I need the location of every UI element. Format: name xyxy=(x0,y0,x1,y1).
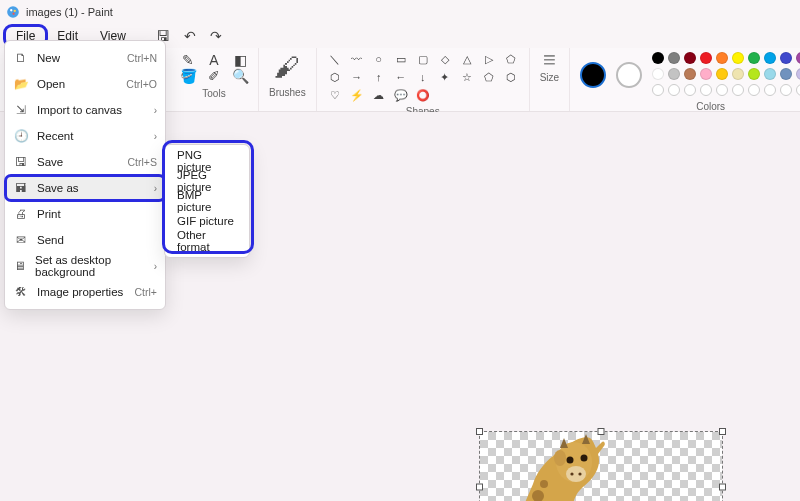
ribbon-group-shapes: ＼〰○▭▢◇△▷⬠ ⬡→↑←↓✦☆⬠⬡ ♡⚡☁💬⭕ Shapes xyxy=(317,48,530,111)
color-swatch[interactable] xyxy=(700,52,712,64)
save-icon: 🖫 xyxy=(13,155,29,169)
color-swatch[interactable] xyxy=(652,68,664,80)
color-swatch-empty[interactable] xyxy=(684,84,696,96)
ribbon-label-tools: Tools xyxy=(202,88,225,99)
file-menu-set-bg[interactable]: 🖥Set as desktop background› xyxy=(5,253,165,279)
selection-border xyxy=(479,431,723,501)
color1-swatch[interactable] xyxy=(580,62,606,88)
color-swatch[interactable] xyxy=(732,52,744,64)
color-swatch-empty[interactable] xyxy=(796,84,800,96)
save-as-icon: 🖬 xyxy=(13,181,29,195)
save-as-png[interactable]: PNG picture xyxy=(169,151,245,171)
file-menu-recent[interactable]: 🕘Recent› xyxy=(5,123,165,149)
file-menu-save-as[interactable]: 🖬Save as› xyxy=(5,175,165,201)
pencil-icon[interactable]: ✎ xyxy=(180,52,196,68)
ribbon-group-colors: Colors xyxy=(570,48,800,111)
color-swatch[interactable] xyxy=(764,52,776,64)
file-menu-save[interactable]: 🖫SaveCtrl+S xyxy=(5,149,165,175)
ribbon-label-size: Size xyxy=(540,72,559,83)
color-swatch[interactable] xyxy=(684,52,696,64)
ribbon-label-brushes: Brushes xyxy=(269,87,306,98)
color-swatch[interactable] xyxy=(748,68,760,80)
svg-point-2 xyxy=(14,10,16,12)
color-swatch[interactable] xyxy=(764,68,776,80)
chevron-right-icon: › xyxy=(154,131,157,142)
file-menu-import[interactable]: ⇲Import to canvas› xyxy=(5,97,165,123)
import-icon: ⇲ xyxy=(13,103,29,117)
save-as-gif[interactable]: GIF picture xyxy=(169,211,245,231)
svg-point-0 xyxy=(7,6,19,18)
svg-point-1 xyxy=(10,9,12,11)
color-swatch[interactable] xyxy=(780,52,792,64)
color-palette[interactable] xyxy=(652,52,800,97)
color-swatch-empty[interactable] xyxy=(716,84,728,96)
color-swatch[interactable] xyxy=(748,52,760,64)
ribbon-group-brushes: 🖌 Brushes xyxy=(259,48,317,111)
file-menu-print[interactable]: 🖨Print xyxy=(5,201,165,227)
eraser-icon[interactable]: ◧ xyxy=(232,52,248,68)
file-menu-properties[interactable]: 🛠Image propertiesCtrl+ xyxy=(5,279,165,305)
svg-point-3 xyxy=(12,13,14,15)
desktop-icon: 🖥 xyxy=(13,259,27,273)
qat-redo-icon[interactable]: ↷ xyxy=(210,28,222,44)
color-swatch-empty[interactable] xyxy=(668,84,680,96)
color-swatch-empty[interactable] xyxy=(652,84,664,96)
file-menu-send[interactable]: ✉Send xyxy=(5,227,165,253)
color-swatch-empty[interactable] xyxy=(780,84,792,96)
titlebar: images (1) - Paint xyxy=(0,0,800,24)
paint-app-icon xyxy=(6,5,20,19)
save-as-jpeg[interactable]: JPEG picture xyxy=(169,171,245,191)
file-menu-new[interactable]: 🗋NewCtrl+N xyxy=(5,45,165,71)
file-menu-open[interactable]: 📂OpenCtrl+O xyxy=(5,71,165,97)
open-folder-icon: 📂 xyxy=(13,77,29,91)
color-swatch[interactable] xyxy=(796,52,800,64)
brush-icon[interactable]: 🖌 xyxy=(274,52,300,83)
ribbon-group-size: ≡ Size xyxy=(530,48,570,111)
text-icon[interactable]: A xyxy=(206,52,222,68)
picker-icon[interactable]: ✐ xyxy=(206,68,222,84)
chevron-right-icon: › xyxy=(154,261,157,272)
file-menu-dropdown: 🗋NewCtrl+N 📂OpenCtrl+O ⇲Import to canvas… xyxy=(4,40,166,310)
color-swatch-empty[interactable] xyxy=(700,84,712,96)
print-icon: 🖨 xyxy=(13,207,29,221)
shapes-grid[interactable]: ＼〰○▭▢◇△▷⬠ ⬡→↑←↓✦☆⬠⬡ ♡⚡☁💬⭕ xyxy=(327,52,519,102)
color-swatch-empty[interactable] xyxy=(764,84,776,96)
color-swatch[interactable] xyxy=(668,52,680,64)
new-file-icon: 🗋 xyxy=(13,51,29,65)
color-swatch[interactable] xyxy=(796,68,800,80)
color-swatch-empty[interactable] xyxy=(748,84,760,96)
ribbon-group-tools: ✎ A ◧ 🪣 ✐ 🔍 Tools xyxy=(170,48,259,111)
save-as-bmp[interactable]: BMP picture xyxy=(169,191,245,211)
color-swatch[interactable] xyxy=(652,52,664,64)
selection-box[interactable] xyxy=(476,428,726,501)
qat-undo-icon[interactable]: ↶ xyxy=(184,28,196,44)
color-swatch[interactable] xyxy=(716,68,728,80)
ribbon-label-colors: Colors xyxy=(696,101,725,112)
color-swatch[interactable] xyxy=(716,52,728,64)
color-swatch[interactable] xyxy=(684,68,696,80)
window-title: images (1) - Paint xyxy=(26,6,113,18)
save-as-submenu: PNG picture JPEG picture BMP picture GIF… xyxy=(164,144,250,258)
size-icon[interactable]: ≡ xyxy=(541,52,557,68)
color-swatch[interactable] xyxy=(732,68,744,80)
color-swatch[interactable] xyxy=(700,68,712,80)
magnifier-icon[interactable]: 🔍 xyxy=(232,68,248,84)
save-as-other[interactable]: Other format xyxy=(169,231,245,251)
fill-icon[interactable]: 🪣 xyxy=(180,68,196,84)
chevron-right-icon: › xyxy=(154,183,157,194)
chevron-right-icon: › xyxy=(154,105,157,116)
color2-swatch[interactable] xyxy=(616,62,642,88)
color-swatch[interactable] xyxy=(780,68,792,80)
recent-icon: 🕘 xyxy=(13,129,29,143)
color-swatch-empty[interactable] xyxy=(732,84,744,96)
send-icon: ✉ xyxy=(13,233,29,247)
color-swatch[interactable] xyxy=(668,68,680,80)
properties-icon: 🛠 xyxy=(13,285,29,299)
